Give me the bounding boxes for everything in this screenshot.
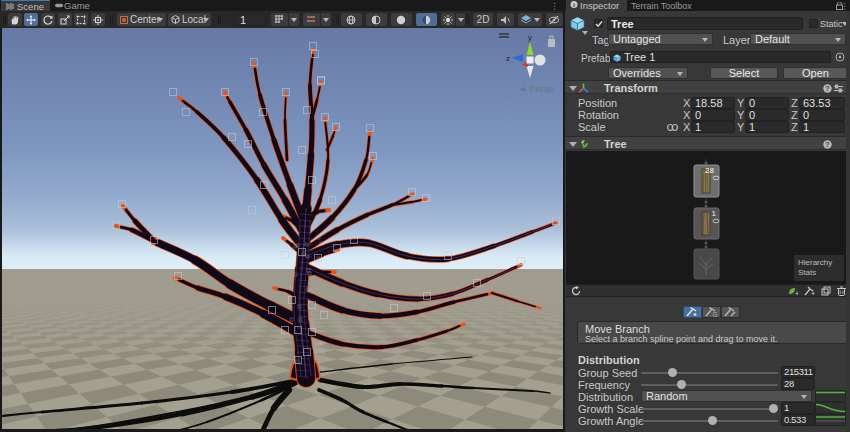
svg-text:1: 1 [712, 209, 717, 218]
svg-text:G: G [713, 311, 718, 317]
svg-text:Stats: Stats [798, 268, 816, 277]
svg-text:z: z [506, 54, 510, 63]
svg-text:28: 28 [705, 166, 714, 175]
svg-text:◄ Persp: ◄ Persp [518, 84, 553, 94]
svg-text:+: + [811, 290, 815, 296]
svg-text:+: + [795, 290, 798, 296]
svg-text:Hierarchy: Hierarchy [798, 258, 832, 267]
svg-text:?: ? [825, 85, 829, 92]
svg-text:?: ? [825, 141, 829, 148]
svg-text:y: y [528, 33, 532, 42]
